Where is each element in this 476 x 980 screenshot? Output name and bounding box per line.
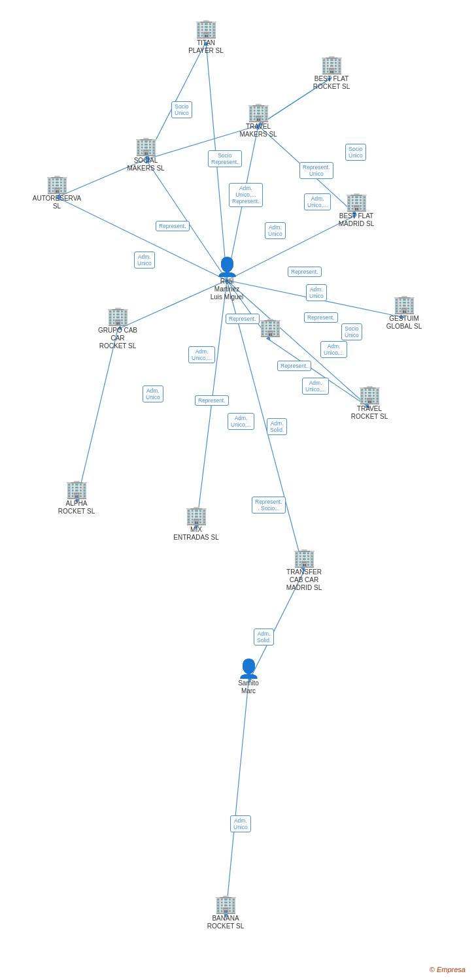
badge-b2[interactable]: Socio Represent.: [208, 150, 242, 167]
svg-line-20: [226, 682, 248, 917]
node-label-travel_makers: TRAVEL MAKERS SL: [239, 123, 277, 139]
badge-b15[interactable]: Adm. Unico,...: [320, 341, 347, 358]
badge-b3[interactable]: Represent. Unico: [299, 162, 333, 179]
node-sarnito[interactable]: 👤Sarnito Marc: [226, 660, 271, 695]
badge-b24[interactable]: Adm. Solid.: [254, 629, 274, 645]
copyright-label: © Empresa: [430, 966, 466, 973]
node-best_flat_madrid[interactable]: 🏢BEST FLAT MADRID SL: [333, 193, 379, 228]
building-icon-gestuim: 🏢: [393, 295, 416, 314]
badge-b17[interactable]: Represent.: [277, 361, 311, 371]
badge-b20[interactable]: Represent.: [195, 395, 229, 406]
building-icon-titan: 🏢: [195, 20, 218, 38]
badge-b11[interactable]: Adm. Unico: [306, 284, 327, 301]
badge-b16[interactable]: Adm. Unico,...: [188, 346, 215, 363]
node-real_martinez[interactable]: 👤Real Martinez Luis Miguel: [204, 258, 250, 301]
node-grupo_cab[interactable]: 🏢GRUPO CAB CAR ROCKET SL: [95, 307, 141, 350]
badge-b18[interactable]: Adm. Unico,...: [302, 378, 329, 395]
node-label-titan: TITAN PLAYER SL: [188, 39, 224, 55]
node-best_flat_rocket[interactable]: 🏢BEST FLAT ROCKET SL: [309, 56, 354, 91]
badge-b5[interactable]: Adm. Unico,...: [304, 193, 331, 210]
node-label-grupo_cab: GRUPO CAB CAR ROCKET SL: [98, 327, 137, 350]
svg-line-16: [76, 329, 118, 502]
building-icon-grupo_cab: 🏢: [107, 307, 129, 325]
node-label-best_flat_rocket: BEST FLAT ROCKET SL: [313, 75, 350, 91]
building-icon-social_makers: 🏢: [135, 137, 158, 155]
node-label-transfer_cab: TRANSFER CAB CAR MADRID SL: [286, 568, 322, 592]
node-travel_makers[interactable]: 🏢TRAVEL MAKERS SL: [235, 103, 281, 139]
node-label-social_makers: SOCIAL MAKERS SL: [127, 157, 164, 172]
building-icon-best_flat_madrid: 🏢: [345, 193, 368, 211]
node-label-autoreserva: AUTORESERVA SL: [33, 195, 81, 210]
node-alpha_rocket[interactable]: 🏢ALPHA ROCKET SL: [54, 480, 99, 515]
node-transfer_cab[interactable]: 🏢TRANSFER CAB CAR MADRID SL: [281, 549, 327, 592]
badge-b9[interactable]: Adm. Unico: [134, 252, 155, 269]
badge-b22[interactable]: Adm. Solid.: [267, 418, 287, 435]
building-icon-travel_makers: 🏢: [247, 103, 270, 122]
node-label-travel_rocket: TRAVEL ROCKET SL: [351, 405, 388, 421]
badge-b6[interactable]: Socio Único: [345, 144, 366, 161]
badge-b10[interactable]: Represent.: [288, 267, 322, 277]
building-icon-autoreserva: 🏢: [46, 175, 69, 193]
badge-b12[interactable]: Represent.: [226, 314, 260, 324]
person-icon-sarnito: 👤: [237, 660, 260, 678]
network-graph: © Empresa 🏢TITAN PLAYER SL🏢BEST FLAT ROC…: [0, 0, 476, 980]
node-mix_entradas[interactable]: 🏢MIX ENTRADAS SL: [173, 506, 219, 542]
building-icon-best_flat_rocket: 🏢: [320, 56, 343, 74]
node-travel_rocket[interactable]: 🏢TRAVEL ROCKET SL: [347, 385, 392, 421]
building-icon-alpha_rocket: 🏢: [65, 480, 88, 498]
badge-b4[interactable]: Adm. Unico,... Represent.: [229, 183, 263, 207]
node-label-mix_entradas: MIX ENTRADAS SL: [173, 526, 218, 542]
person-icon-real_martinez: 👤: [216, 258, 239, 276]
node-label-sarnito: Sarnito Marc: [238, 679, 259, 695]
badge-b25[interactable]: Adm. Unico: [230, 815, 251, 832]
node-label-gestuim: GESTUIM GLOBAL SL: [386, 315, 422, 331]
building-icon-banana_rocket: 🏢: [214, 895, 237, 913]
node-banana_rocket[interactable]: 🏢BANANA ROCKET SL: [203, 895, 248, 930]
badge-b19[interactable]: Adm. Unico: [143, 385, 163, 402]
badge-b1[interactable]: Socio Único: [171, 101, 192, 118]
building-icon-travel_rocket: 🏢: [358, 385, 381, 404]
badge-b21[interactable]: Adm. Unico,...: [228, 413, 254, 430]
building-icon-mix_entradas: 🏢: [185, 506, 208, 525]
badge-b14[interactable]: Socio Único: [341, 323, 362, 340]
building-icon-transfer_cab: 🏢: [293, 549, 316, 567]
node-gestuim[interactable]: 🏢GESTUIM GLOBAL SL: [381, 295, 427, 331]
node-label-best_flat_madrid: BEST FLAT MADRID SL: [339, 212, 374, 228]
node-titan[interactable]: 🏢TITAN PLAYER SL: [183, 20, 229, 55]
node-label-real_martinez: Real Martinez Luis Miguel: [211, 278, 244, 301]
badge-b7[interactable]: Adm. Único: [265, 222, 286, 239]
node-label-banana_rocket: BANANA ROCKET SL: [207, 915, 245, 930]
building-icon-unknown_co: 🏢: [259, 318, 282, 336]
node-autoreserva[interactable]: 🏢AUTORESERVA SL: [34, 175, 80, 210]
badge-b23[interactable]: Represent. . Socio...: [252, 497, 286, 514]
badge-b8[interactable]: Represent.: [156, 221, 190, 231]
node-social_makers[interactable]: 🏢SOCIAL MAKERS SL: [123, 137, 169, 172]
badge-b13[interactable]: Represent.: [304, 312, 338, 323]
node-label-alpha_rocket: ALPHA ROCKET SL: [58, 500, 95, 515]
